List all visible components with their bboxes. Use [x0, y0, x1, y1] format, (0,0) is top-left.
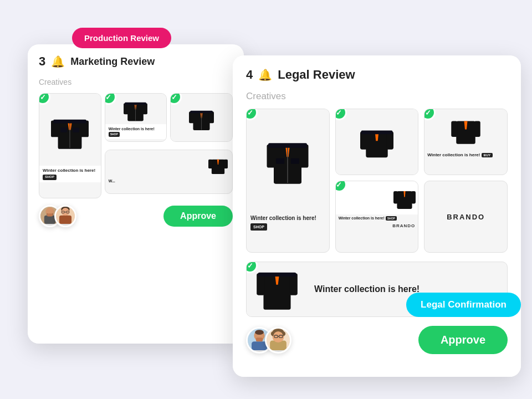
person-2-svg: [56, 205, 75, 226]
back-creative-2: ✓ Winter collection is here!: [105, 93, 167, 142]
back-ad-text-1: Winter collection is here! SHOP: [39, 166, 101, 182]
back-bell-icon: 🔔: [51, 55, 65, 68]
back-card-title: Marketing Review: [70, 56, 155, 68]
svg-rect-62: [257, 273, 265, 295]
back-ad-text-2: Winter collection is here! SHOP: [105, 124, 167, 139]
front-jacket-svg-2: [360, 122, 393, 161]
svg-rect-54: [451, 121, 457, 137]
front-approve-button[interactable]: Approve: [418, 326, 508, 354]
front-creative-3: ✓ Winter collection is here! BUY: [424, 109, 508, 175]
jacket-svg-2: [123, 95, 148, 123]
back-footer-row: Approve: [39, 205, 233, 227]
svg-rect-45: [276, 158, 284, 163]
front-card-title: Legal Review: [278, 68, 355, 82]
card-front-header: 4 🔔 Legal Review: [246, 68, 508, 82]
front-ad-text-4: Winter collection is here! SHOP: [336, 214, 418, 222]
front-brand-text: BRANDO: [447, 213, 485, 221]
front-brand-label-4: BRANDO: [336, 222, 418, 229]
front-creative-5: BRANDO: [424, 181, 508, 253]
scene: Production Review 3 🔔 Marketing Review C…: [17, 11, 515, 388]
front-ad-text-1: Winter collection is here! SHOP: [247, 212, 329, 233]
svg-rect-64: [258, 273, 296, 277]
front-avatar-2: [265, 327, 291, 354]
svg-rect-51: [361, 130, 393, 134]
svg-rect-58: [393, 191, 398, 203]
svg-rect-20: [190, 110, 213, 113]
front-creative-4: ✓ Winter collection is here! SHOP BR: [335, 181, 419, 253]
back-avatars: [39, 205, 76, 227]
svg-rect-42: [267, 144, 275, 167]
svg-rect-46: [291, 158, 299, 163]
front-jacket-svg-3: [451, 114, 481, 147]
svg-rect-6: [54, 119, 87, 123]
back-creative-3: ✓: [170, 93, 233, 142]
front-creatives-grid: ✓ Winter: [246, 109, 508, 253]
front-section-label: Creatives: [246, 91, 508, 102]
svg-rect-13: [142, 103, 147, 114]
back-creatives-grid: ✓: [39, 93, 233, 198]
svg-rect-63: [289, 273, 298, 295]
svg-rect-8: [73, 127, 79, 132]
back-creative-4: W...: [105, 150, 233, 194]
back-avatar-2: [54, 205, 76, 227]
front-ad-text-3: Winter collection is here! BUY: [424, 151, 507, 159]
svg-rect-55: [474, 121, 480, 137]
front-jacket-svg-wide: [255, 264, 299, 314]
svg-rect-24: [223, 159, 228, 168]
svg-rect-14: [125, 102, 147, 104]
svg-rect-44: [268, 143, 307, 147]
svg-point-29: [47, 208, 53, 214]
svg-rect-43: [300, 144, 309, 167]
front-creative-2: ✓: [335, 109, 419, 175]
jacket-svg-1: [50, 106, 89, 154]
back-creative-1: ✓: [39, 93, 101, 198]
back-approve-button[interactable]: Approve: [163, 206, 233, 227]
front-creative-1: ✓ Winter: [246, 109, 330, 253]
svg-rect-23: [208, 159, 213, 168]
svg-rect-33: [59, 216, 71, 224]
svg-rect-30: [47, 213, 53, 216]
production-review-badge: Production Review: [72, 28, 171, 48]
front-person-2-svg: [267, 327, 290, 352]
svg-point-69: [255, 330, 264, 335]
svg-rect-18: [189, 111, 195, 123]
jacket-svg-3: [189, 103, 214, 133]
front-jacket-svg-1: [265, 133, 310, 188]
jacket-svg-4: [208, 152, 228, 177]
svg-rect-7: [60, 127, 67, 132]
svg-rect-70: [256, 337, 263, 341]
svg-rect-12: [124, 103, 129, 114]
back-section-label: Creatives: [39, 78, 233, 86]
back-notification-count: 3: [39, 54, 45, 69]
front-bell-icon: 🔔: [258, 68, 272, 81]
marketing-review-card: 3 🔔 Marketing Review Creatives ✓: [28, 44, 244, 344]
front-notification-count: 4: [246, 68, 253, 82]
front-avatars: [246, 327, 291, 354]
svg-rect-19: [208, 111, 214, 123]
legal-confirmation-badge: Legal Confirmation: [406, 293, 521, 317]
front-jacket-svg-4: [393, 185, 416, 211]
svg-rect-59: [411, 191, 416, 203]
svg-point-35: [62, 208, 69, 216]
front-footer-row: Approve: [246, 326, 508, 354]
card-back-header: 3 🔔 Marketing Review: [39, 54, 233, 69]
legal-review-card: 4 🔔 Legal Review Creatives ✓: [233, 55, 521, 377]
